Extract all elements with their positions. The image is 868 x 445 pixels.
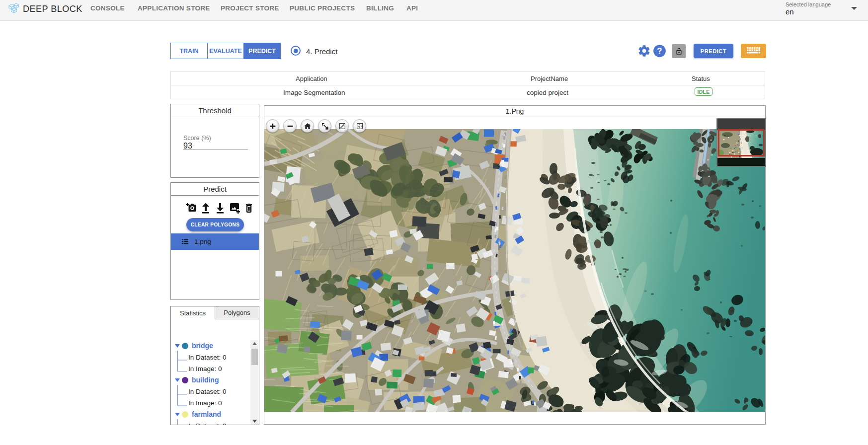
svg-text:?: ? [657, 46, 662, 56]
